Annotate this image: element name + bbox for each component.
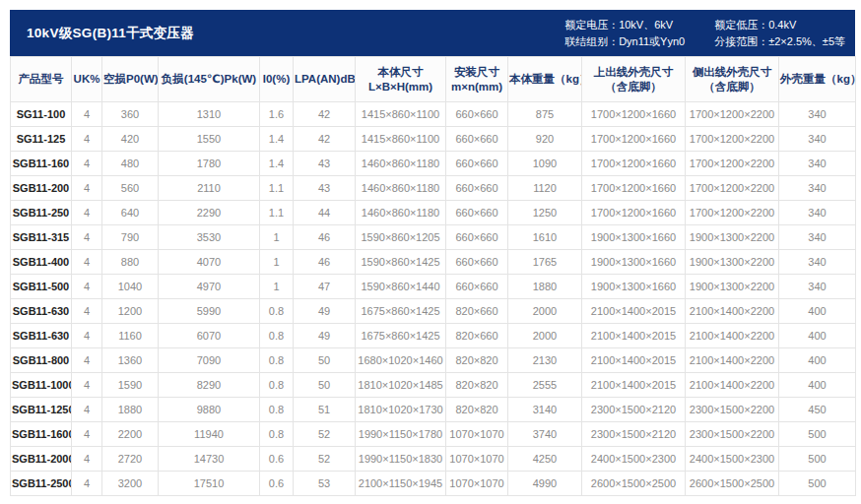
value-cell: 790 <box>102 225 159 250</box>
value-cell: 1120 <box>508 176 582 201</box>
value-cell: 340 <box>779 275 856 299</box>
col-header-uk-percent: UK% <box>72 57 102 102</box>
value-cell: 52 <box>294 447 356 472</box>
value-cell: 400 <box>779 299 856 324</box>
value-cell: 47 <box>294 275 356 299</box>
value-cell: 1070×1070 <box>446 472 508 496</box>
value-cell: 46 <box>294 250 356 275</box>
value-cell: 1200 <box>102 299 159 324</box>
value-cell: 2400×1500×2300 <box>686 447 779 472</box>
value-cell: 4 <box>72 422 102 447</box>
value-cell: 4 <box>72 176 102 201</box>
value-cell: 4 <box>72 348 102 373</box>
value-cell: 1590×860×1440 <box>356 275 446 299</box>
value-cell: 2400×1500×2300 <box>582 447 686 472</box>
value-cell: 1070×1070 <box>446 422 508 447</box>
table-row: SGB11-315479035301461590×860×1205660×660… <box>11 225 856 250</box>
value-cell: 4 <box>72 152 102 176</box>
value-cell: 1900×1300×1660 <box>582 250 686 275</box>
value-cell: 42 <box>294 127 356 152</box>
value-cell: 1700×1200×2200 <box>686 176 779 201</box>
value-cell: 340 <box>779 176 856 201</box>
value-cell: 1700×1200×1660 <box>582 201 686 225</box>
value-cell: 8290 <box>159 373 260 398</box>
col-header-body-size: 本体尺寸L×B×H(mm) <box>356 57 446 102</box>
table-row: SGB11-160448017801.4431460×860×1180660×6… <box>11 152 856 176</box>
value-cell: 340 <box>779 201 856 225</box>
col-header-no-load-loss: 空损P0(W) <box>102 57 159 102</box>
value-cell: 660×660 <box>446 201 508 225</box>
value-cell: 3530 <box>159 225 260 250</box>
table-row: SG11-125442015501.4421415×860×1100660×66… <box>11 127 856 152</box>
product-model-cell: SGB11-2500 <box>11 472 72 496</box>
table-row: SGB11-250043200175100.6532100×1150×19451… <box>11 472 856 496</box>
value-cell: 660×660 <box>446 225 508 250</box>
value-cell: 1 <box>260 225 294 250</box>
spec-rated-voltage: 额定电压：10kV、6kV <box>564 18 685 32</box>
product-model-cell: SGB11-500 <box>11 275 72 299</box>
value-cell: 3740 <box>508 422 582 447</box>
value-cell: 2100×1400×2200 <box>686 299 779 324</box>
value-cell: 500 <box>779 472 856 496</box>
value-cell: 1.4 <box>260 127 294 152</box>
value-cell: 1.6 <box>260 102 294 127</box>
spec-label: 联结组别： <box>564 35 619 47</box>
value-cell: 1900×1300×1660 <box>582 275 686 299</box>
value-cell: 50 <box>294 373 356 398</box>
value-cell: 500 <box>779 447 856 472</box>
product-model-cell: SGB11-1600 <box>11 422 72 447</box>
value-cell: 1160 <box>102 324 159 348</box>
table-row: SGB11-250464022901.1441460×860×1180660×6… <box>11 201 856 225</box>
value-cell: 1040 <box>102 275 159 299</box>
value-cell: 4 <box>72 299 102 324</box>
value-cell: 1700×1200×2200 <box>686 152 779 176</box>
spec-label: 额定低压： <box>714 19 768 31</box>
value-cell: 49 <box>294 299 356 324</box>
value-cell: 420 <box>102 127 159 152</box>
col-header-load-loss: 负损(145℃)Pk(W) <box>159 57 260 102</box>
header-row: 产品型号UK%空损P0(W)负损(145℃)Pk(W)I0(%)LPA(AN)d… <box>11 57 856 102</box>
table-row: SGB11-10004159082900.8501810×1020×148582… <box>11 373 856 398</box>
value-cell: 4990 <box>508 472 582 496</box>
value-cell: 4070 <box>159 250 260 275</box>
value-cell: 340 <box>779 102 856 127</box>
col-header-install-size: 安装尺寸m×n(mm) <box>446 57 508 102</box>
value-cell: 2100×1150×1945 <box>356 472 446 496</box>
value-cell: 0.8 <box>260 373 294 398</box>
value-cell: 1 <box>260 275 294 299</box>
product-model-cell: SGB11-630 <box>11 299 72 324</box>
table-row: SGB11-6304116060700.8491675×860×1425820×… <box>11 324 856 348</box>
product-model-cell: SGB11-800 <box>11 348 72 373</box>
value-cell: 820×820 <box>446 398 508 422</box>
value-cell: 820×820 <box>446 373 508 398</box>
col-header-top-outlet-shell-size: 上出线外壳尺寸（含底脚） <box>582 57 686 102</box>
value-cell: 1550 <box>159 127 260 152</box>
value-cell: 44 <box>294 201 356 225</box>
value-cell: 340 <box>779 127 856 152</box>
spec-value: 10kV、6kV <box>619 19 673 31</box>
spec-rated-low-voltage: 额定低压：0.4kV <box>714 18 845 32</box>
table-row: SGB11-200456021101.1431460×860×1180660×6… <box>11 176 856 201</box>
page-title: 10kV级SG(B)11干式变压器 <box>10 25 194 42</box>
table-body: SG11-100436013101.6421415×860×1100660×66… <box>11 102 856 496</box>
value-cell: 1700×1200×2200 <box>686 127 779 152</box>
page: 10kV级SG(B)11干式变压器 额定电压：10kV、6kV 额定低压：0.4… <box>0 0 861 504</box>
banner-specs: 额定电压：10kV、6kV 额定低压：0.4kV 联结组别：Dyn11或Yyn0… <box>564 18 855 49</box>
value-cell: 1460×860×1180 <box>356 176 446 201</box>
value-cell: 17510 <box>159 472 260 496</box>
product-model-cell: SGB11-160 <box>11 152 72 176</box>
value-cell: 1810×1020×1485 <box>356 373 446 398</box>
value-cell: 3200 <box>102 472 159 496</box>
value-cell: 2000 <box>508 299 582 324</box>
value-cell: 400 <box>779 324 856 348</box>
value-cell: 4 <box>72 201 102 225</box>
value-cell: 4 <box>72 373 102 398</box>
value-cell: 52 <box>294 422 356 447</box>
col-header-lpa-noise: LPA(AN)dB <box>294 57 356 102</box>
table-row: SGB11-160042200119400.8521990×1150×17801… <box>11 422 856 447</box>
value-cell: 50 <box>294 348 356 373</box>
spec-table: 产品型号UK%空损P0(W)负损(145℃)Pk(W)I0(%)LPA(AN)d… <box>10 56 856 496</box>
value-cell: 1900×1300×1660 <box>582 225 686 250</box>
value-cell: 360 <box>102 102 159 127</box>
col-header-product-model: 产品型号 <box>11 57 72 102</box>
